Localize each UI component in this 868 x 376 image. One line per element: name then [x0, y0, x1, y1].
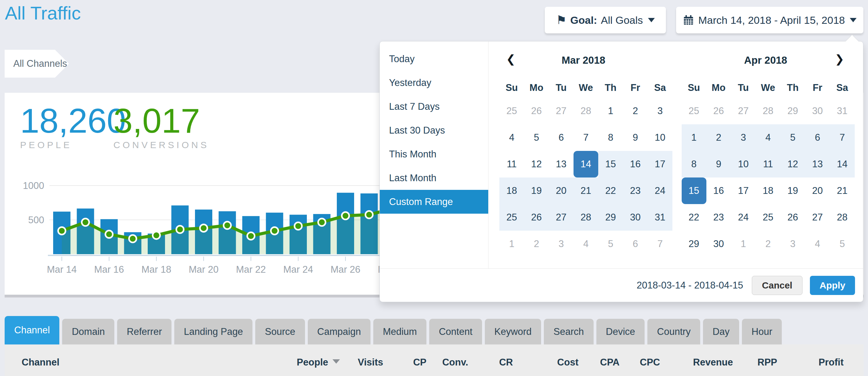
- calendar-day[interactable]: 16: [623, 151, 648, 177]
- calendar-day[interactable]: 2: [706, 124, 731, 151]
- calendar-day[interactable]: 4: [805, 231, 830, 257]
- calendar-day[interactable]: 1: [682, 124, 706, 151]
- tab-medium[interactable]: Medium: [373, 319, 427, 344]
- preset-item-last-30-days[interactable]: Last 30 Days: [380, 118, 488, 142]
- breadcrumb-all-channels[interactable]: All Channels: [5, 50, 69, 78]
- preset-item-yesterday[interactable]: Yesterday: [380, 71, 488, 95]
- calendar-day[interactable]: 18: [499, 177, 524, 204]
- calendar-day[interactable]: 6: [805, 124, 830, 151]
- calendar-day[interactable]: 28: [756, 98, 780, 124]
- calendar-day[interactable]: 2: [756, 231, 780, 257]
- calendar-day[interactable]: 7: [574, 124, 598, 151]
- calendar-day[interactable]: 5: [780, 124, 805, 151]
- calendar-day[interactable]: 23: [623, 177, 648, 204]
- calendar-day[interactable]: 13: [805, 151, 830, 177]
- preset-item-this-month[interactable]: This Month: [380, 142, 488, 166]
- calendar-day[interactable]: 29: [780, 98, 805, 124]
- calendar-day[interactable]: 29: [682, 231, 706, 257]
- calendar-day[interactable]: 3: [780, 231, 805, 257]
- calendar-day[interactable]: 12: [780, 151, 805, 177]
- calendar-day[interactable]: 5: [598, 231, 623, 257]
- calendar-day[interactable]: 23: [706, 204, 731, 231]
- preset-item-last-month[interactable]: Last Month: [380, 166, 488, 190]
- goal-dropdown-button[interactable]: ⚑ Goal: All Goals: [545, 7, 666, 33]
- column-header-rpp[interactable]: RPP: [757, 357, 777, 368]
- calendar-day[interactable]: 21: [574, 177, 598, 204]
- calendar-day[interactable]: 22: [598, 177, 623, 204]
- calendar-day[interactable]: 8: [598, 124, 623, 151]
- calendar-day[interactable]: 31: [648, 204, 673, 231]
- calendar-day[interactable]: 27: [731, 98, 756, 124]
- calendar-day[interactable]: 10: [731, 151, 756, 177]
- calendar-day[interactable]: 25: [499, 204, 524, 231]
- preset-item-custom-range[interactable]: Custom Range: [380, 190, 488, 214]
- calendar-day[interactable]: 19: [780, 177, 805, 204]
- column-header-conv[interactable]: Conv.: [442, 357, 468, 368]
- calendar-day[interactable]: 15: [598, 151, 623, 177]
- preset-item-today[interactable]: Today: [380, 47, 488, 71]
- calendar-day[interactable]: 26: [706, 98, 731, 124]
- calendar-day[interactable]: 14: [830, 151, 855, 177]
- column-header-visits[interactable]: Visits: [358, 357, 383, 368]
- column-header-people[interactable]: People: [297, 357, 340, 368]
- calendar-day[interactable]: 20: [805, 177, 830, 204]
- calendar-day[interactable]: 25: [499, 98, 524, 124]
- date-range-button[interactable]: March 14, 2018 - April 15, 2018: [676, 7, 863, 33]
- calendar-day[interactable]: 4: [574, 231, 598, 257]
- column-header-channel[interactable]: Channel: [22, 357, 59, 368]
- calendar-day[interactable]: 5: [830, 231, 855, 257]
- calendar-day[interactable]: 25: [682, 98, 706, 124]
- calendar-day[interactable]: 26: [524, 204, 549, 231]
- cancel-button[interactable]: Cancel: [752, 276, 803, 295]
- calendar-day[interactable]: 28: [574, 98, 598, 124]
- calendar-day[interactable]: 3: [731, 124, 756, 151]
- calendar-day[interactable]: 26: [524, 98, 549, 124]
- column-header-cp[interactable]: CP: [413, 357, 427, 368]
- calendar-day[interactable]: 28: [830, 204, 855, 231]
- calendar-day[interactable]: 11: [499, 151, 524, 177]
- calendar-day[interactable]: 28: [574, 204, 598, 231]
- calendar-day[interactable]: 13: [549, 151, 574, 177]
- calendar-day[interactable]: 27: [805, 204, 830, 231]
- preset-item-last-7-days[interactable]: Last 7 Days: [380, 95, 488, 118]
- tab-day[interactable]: Day: [703, 319, 739, 344]
- tab-landing-page[interactable]: Landing Page: [174, 319, 252, 344]
- calendar-day[interactable]: 31: [830, 98, 855, 124]
- calendar-day[interactable]: 5: [524, 124, 549, 151]
- calendar-day[interactable]: 3: [648, 98, 673, 124]
- calendar-day[interactable]: 19: [524, 177, 549, 204]
- calendar-day-selected[interactable]: 14: [574, 151, 598, 177]
- tab-campaign[interactable]: Campaign: [308, 319, 371, 344]
- calendar-day[interactable]: 27: [549, 98, 574, 124]
- calendar-day[interactable]: 24: [731, 204, 756, 231]
- column-header-cost[interactable]: Cost: [557, 357, 579, 368]
- calendar-day[interactable]: 22: [682, 204, 706, 231]
- calendar-day[interactable]: 6: [623, 231, 648, 257]
- calendar-day[interactable]: 7: [830, 124, 855, 151]
- calendar-day[interactable]: 7: [648, 231, 673, 257]
- calendar-day[interactable]: 21: [830, 177, 855, 204]
- tab-country[interactable]: Country: [647, 319, 700, 344]
- calendar-day[interactable]: 4: [756, 124, 780, 151]
- calendar-day[interactable]: 1: [499, 231, 524, 257]
- column-header-profit[interactable]: Profit: [818, 357, 844, 368]
- calendar-day[interactable]: 30: [706, 231, 731, 257]
- calendar-day[interactable]: 2: [623, 98, 648, 124]
- calendar-day[interactable]: 17: [731, 177, 756, 204]
- calendar-day[interactable]: 1: [731, 231, 756, 257]
- tab-content[interactable]: Content: [429, 319, 482, 344]
- calendar-day[interactable]: 26: [780, 204, 805, 231]
- calendar-day[interactable]: 29: [598, 204, 623, 231]
- calendar-day[interactable]: 25: [756, 204, 780, 231]
- tab-channel[interactable]: Channel: [5, 316, 59, 344]
- calendar-day[interactable]: 30: [805, 98, 830, 124]
- calendar-day[interactable]: 10: [648, 124, 673, 151]
- tab-referrer[interactable]: Referrer: [117, 319, 172, 344]
- calendar-day[interactable]: 16: [706, 177, 731, 204]
- calendar-day[interactable]: 11: [756, 151, 780, 177]
- calendar-day[interactable]: 24: [648, 177, 673, 204]
- tab-domain[interactable]: Domain: [62, 319, 114, 344]
- calendar-day[interactable]: 27: [549, 204, 574, 231]
- calendar-day[interactable]: 1: [598, 98, 623, 124]
- tab-device[interactable]: Device: [596, 319, 645, 344]
